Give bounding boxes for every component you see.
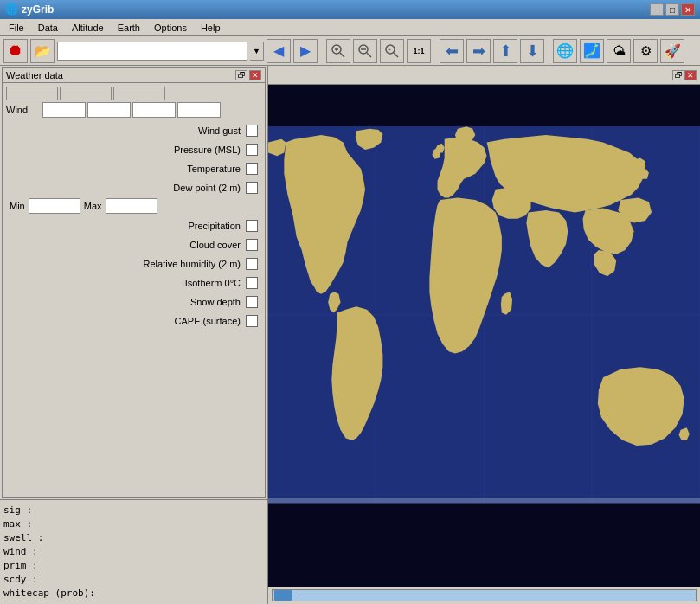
maximize-button[interactable]: □ — [665, 3, 679, 16]
max-label: Max — [80, 201, 106, 211]
zoom-fit-button[interactable]: + — [380, 39, 404, 63]
prev-button[interactable]: ◀ — [267, 39, 291, 63]
dewpoint-checkbox[interactable] — [246, 182, 258, 194]
menu-altitude[interactable]: Altitude — [65, 21, 111, 35]
isotherm-checkbox[interactable] — [246, 277, 258, 289]
menubar: File Data Altitude Earth Options Help — [0, 19, 700, 36]
panel-close-button[interactable]: ✕ — [249, 70, 261, 80]
pan-right-button[interactable]: ➡ — [466, 39, 491, 63]
humidity-label: Relative humidity (2 m) — [6, 259, 246, 269]
wind-gust-checkbox[interactable] — [246, 125, 258, 137]
zoom-11-button[interactable]: 1:1 — [407, 39, 431, 63]
map-panel: 🗗 ✕ — [268, 66, 700, 604]
world-map-svg[interactable] — [268, 85, 700, 587]
tab-3[interactable] — [113, 87, 165, 100]
wind-input-1[interactable] — [42, 102, 86, 118]
weather-panel-header: Weather data 🗗 ✕ — [3, 68, 265, 83]
panel-buttons: 🗗 ✕ — [235, 70, 261, 80]
svg-line-8 — [394, 53, 398, 57]
pressure-label: Pressure (MSL) — [6, 145, 246, 155]
app-title: zyGrib — [22, 3, 54, 16]
svg-text:+: + — [388, 47, 391, 53]
precipitation-row: Precipitation — [6, 216, 261, 235]
snow-label: Snow depth — [6, 297, 246, 307]
snow-row: Snow depth — [6, 292, 261, 312]
settings-button[interactable]: ⚙ — [633, 39, 658, 63]
svg-line-1 — [340, 53, 344, 57]
status-sig: sig : — [3, 504, 264, 517]
cloud-cover-checkbox[interactable] — [246, 239, 258, 251]
status-wind: wind : — [3, 545, 264, 559]
weather-panel-title: Weather data — [6, 70, 63, 80]
svg-rect-12 — [268, 503, 700, 587]
minimize-button[interactable]: − — [650, 3, 664, 16]
cape-label: CAPE (surface) — [6, 316, 246, 326]
tab-1[interactable] — [6, 87, 58, 100]
precipitation-label: Precipitation — [6, 221, 246, 231]
weather-data-panel: Weather data 🗗 ✕ Wind — [2, 67, 266, 498]
window-controls: − □ ✕ — [650, 3, 695, 16]
menu-file[interactable]: File — [2, 21, 31, 35]
wind-input-2[interactable] — [87, 102, 131, 118]
map-close-button[interactable]: ✕ — [684, 70, 697, 80]
open-button[interactable]: 📂 — [30, 39, 55, 63]
titlebar: 🌐 zyGrib − □ ✕ — [0, 0, 700, 19]
scrollbar-thumb[interactable] — [274, 590, 292, 601]
dewpoint-label: Dew point (2 m) — [6, 183, 246, 193]
menu-data[interactable]: Data — [31, 21, 65, 35]
max-input[interactable] — [106, 198, 157, 214]
tab-row — [6, 87, 261, 100]
tab-2[interactable] — [60, 87, 112, 100]
title-area: 🌐 zyGrib — [5, 3, 54, 16]
app-icon: 🌐 — [5, 3, 18, 16]
min-label: Min — [6, 201, 29, 211]
temperature-checkbox[interactable] — [246, 163, 258, 175]
wind-gust-label: Wind gust — [6, 125, 246, 136]
cloud-cover-row: Cloud cover — [6, 235, 261, 254]
pan-down-button[interactable]: ⬇ — [520, 39, 544, 63]
map-detach-button[interactable]: 🗗 — [672, 70, 684, 80]
isotherm-row: Isotherm 0°C — [6, 273, 261, 292]
cape-checkbox[interactable] — [246, 315, 258, 327]
horizontal-scrollbar[interactable] — [272, 589, 697, 601]
dewpoint-row: Dew point (2 m) — [6, 178, 261, 197]
menu-options[interactable]: Options — [147, 21, 194, 35]
pressure-checkbox[interactable] — [246, 144, 258, 156]
status-area: sig : max : swell : wind : prim : scdy :… — [0, 499, 267, 604]
toolbar: ⏺ 📂 ▼ ◀ ▶ + 1:1 ⬅ ➡ ⬆ ⬇ 🌐 🗾 — [0, 36, 700, 66]
snow-checkbox[interactable] — [246, 296, 258, 308]
precipitation-checkbox[interactable] — [246, 220, 258, 232]
menu-help[interactable]: Help — [194, 21, 228, 35]
left-panel: Weather data 🗗 ✕ Wind — [0, 66, 268, 604]
pressure-row: Pressure (MSL) — [6, 140, 261, 159]
menu-earth[interactable]: Earth — [111, 21, 147, 35]
svg-rect-20 — [268, 498, 700, 503]
pan-up-button[interactable]: ⬆ — [493, 39, 517, 63]
humidity-row: Relative humidity (2 m) — [6, 254, 261, 273]
humidity-checkbox[interactable] — [246, 258, 258, 270]
pan-left-button[interactable]: ⬅ — [440, 39, 464, 63]
wind-input-3[interactable] — [132, 102, 176, 118]
wind-row: Wind — [6, 102, 261, 118]
close-button[interactable]: ✕ — [681, 3, 695, 16]
map-button[interactable]: 🗾 — [580, 39, 604, 63]
map-canvas[interactable] — [268, 85, 700, 587]
time-dropdown[interactable] — [57, 42, 247, 61]
panel-detach-button[interactable]: 🗗 — [235, 70, 247, 80]
rocket-button[interactable]: 🚀 — [660, 39, 684, 63]
min-input[interactable] — [29, 198, 80, 214]
globe-button[interactable]: 🌐 — [553, 39, 577, 63]
cloud-cover-label: Cloud cover — [6, 240, 246, 250]
isotherm-label: Isotherm 0°C — [6, 278, 246, 288]
time-dropdown-arrow[interactable]: ▼ — [250, 42, 264, 61]
zoom-out-button[interactable] — [353, 39, 377, 63]
svg-line-5 — [367, 53, 371, 57]
next-button[interactable]: ▶ — [293, 39, 318, 63]
wind-input-4[interactable] — [177, 102, 221, 118]
status-prim: prim : — [3, 559, 264, 573]
weather-icon-button[interactable]: 🌤 — [607, 39, 631, 63]
weather-content: Wind Wind gust Pressure (MSL) — [3, 83, 265, 334]
zoom-in-button[interactable] — [326, 39, 350, 63]
main-content: Weather data 🗗 ✕ Wind — [0, 66, 700, 604]
stop-button[interactable]: ⏺ — [3, 39, 28, 63]
